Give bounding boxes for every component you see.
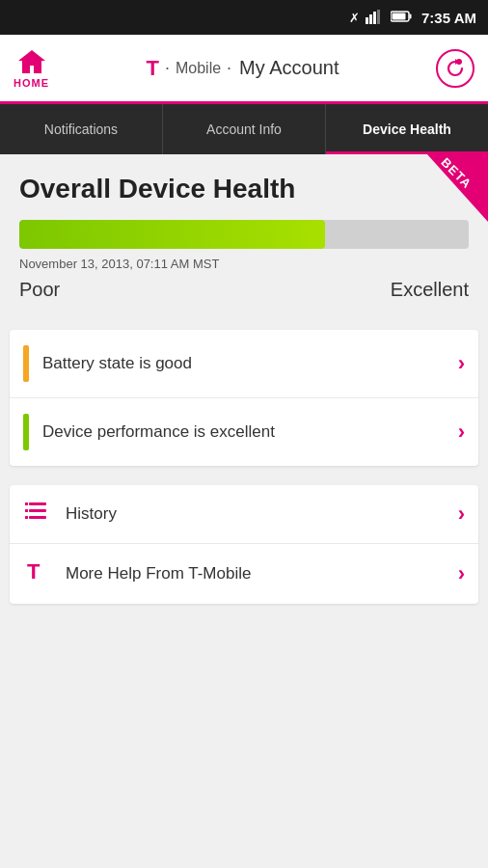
performance-chevron-icon: ›	[458, 420, 465, 445]
action-items-list: History › T More Help From T-Mobile ›	[10, 485, 478, 604]
svg-rect-12	[25, 509, 28, 512]
brand-area: T · Mobile · My Account	[146, 56, 339, 81]
scale-row: Poor Excellent	[19, 279, 469, 301]
help-text: More Help From T-Mobile	[66, 564, 458, 583]
scale-poor: Poor	[19, 279, 60, 301]
svg-rect-5	[410, 14, 412, 18]
svg-rect-6	[393, 13, 406, 19]
svg-rect-11	[25, 502, 28, 505]
svg-rect-10	[29, 516, 46, 519]
date-text: November 13, 2013, 07:11 AM MST	[19, 257, 469, 271]
svg-rect-9	[29, 509, 46, 512]
refresh-icon	[445, 58, 466, 79]
home-icon	[16, 48, 47, 75]
home-label: HOME	[14, 77, 49, 89]
history-icon	[23, 501, 52, 528]
bluetooth-icon: ✗	[349, 11, 360, 25]
brand-mobile: Mobile	[176, 60, 221, 77]
svg-text:T: T	[27, 559, 41, 583]
top-nav: HOME T · Mobile · My Account	[0, 35, 488, 104]
history-text: History	[66, 504, 458, 524]
brand-dot2: ·	[227, 58, 231, 78]
brand-t: T	[146, 56, 158, 81]
help-chevron-icon: ›	[458, 561, 465, 586]
brand-dot1: ·	[165, 58, 170, 78]
svg-rect-13	[25, 516, 28, 519]
svg-rect-3	[377, 10, 380, 24]
health-item-battery[interactable]: Battery state is good ›	[10, 330, 478, 398]
status-time: 7:35 AM	[421, 10, 476, 26]
svg-rect-0	[366, 17, 368, 24]
app-title: My Account	[239, 57, 339, 79]
tab-notifications[interactable]: Notifications	[0, 104, 163, 154]
tab-device-health[interactable]: Device Health	[326, 104, 488, 154]
tab-account-info[interactable]: Account Info	[163, 104, 326, 154]
refresh-button[interactable]	[436, 49, 474, 88]
status-bar: ✗ 7:35 AM	[0, 0, 488, 35]
battery-icon	[391, 11, 412, 25]
battery-chevron-icon: ›	[458, 351, 465, 376]
battery-indicator	[23, 345, 29, 382]
progress-bar	[19, 220, 469, 249]
svg-rect-2	[373, 12, 376, 24]
battery-item-text: Battery state is good	[42, 354, 458, 373]
action-item-help[interactable]: T More Help From T-Mobile ›	[10, 544, 478, 604]
health-item-performance[interactable]: Device performance is excellent ›	[10, 398, 478, 466]
health-title: Overall Device Health	[19, 174, 469, 204]
performance-item-text: Device performance is excellent	[42, 422, 458, 442]
home-button[interactable]: HOME	[14, 48, 49, 89]
scale-excellent: Excellent	[391, 279, 469, 301]
tmobile-logo: T · Mobile ·	[146, 56, 233, 81]
svg-rect-8	[29, 502, 46, 505]
signal-icon	[366, 9, 385, 27]
history-chevron-icon: ›	[458, 502, 465, 527]
tab-bar: Notifications Account Info Device Health	[0, 104, 488, 154]
health-items-list: Battery state is good › Device performan…	[10, 330, 478, 466]
health-section: Overall Device Health November 13, 2013,…	[0, 154, 488, 330]
tmobile-help-icon: T	[23, 559, 52, 588]
svg-rect-1	[369, 14, 372, 24]
progress-bar-fill	[19, 220, 325, 249]
main-content: BETA Overall Device Health November 13, …	[0, 154, 488, 868]
action-item-history[interactable]: History ›	[10, 485, 478, 544]
performance-indicator	[23, 414, 29, 450]
